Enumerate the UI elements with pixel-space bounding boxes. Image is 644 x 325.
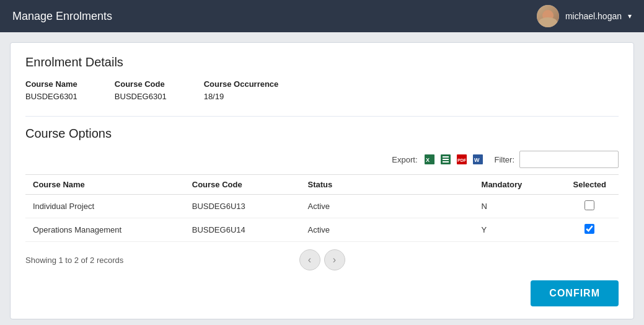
course-options-title: Course Options bbox=[25, 127, 619, 141]
course-code-value: BUSDEG6301 bbox=[115, 92, 167, 101]
cell-status: Active bbox=[300, 218, 474, 242]
cell-selected[interactable] bbox=[561, 195, 619, 218]
col-header-mandatory: Mandatory bbox=[474, 175, 561, 195]
app-title: Manage Enrolments bbox=[12, 10, 112, 23]
svg-text:W: W bbox=[474, 157, 480, 163]
export-excel2-icon[interactable] bbox=[439, 153, 452, 166]
selected-checkbox[interactable] bbox=[584, 200, 594, 210]
svg-text:X: X bbox=[426, 157, 430, 163]
course-name-value: BUSDEG6301 bbox=[25, 92, 77, 101]
user-menu[interactable]: michael.hogan ▾ bbox=[537, 5, 632, 27]
cell-status: Active bbox=[300, 195, 474, 218]
course-code-field: Course Code BUSDEG6301 bbox=[115, 79, 167, 101]
selected-checkbox[interactable] bbox=[584, 224, 594, 234]
export-word-icon[interactable]: W bbox=[471, 153, 485, 166]
prev-page-button[interactable]: ‹ bbox=[299, 249, 320, 270]
confirm-button[interactable]: CONFIRM bbox=[531, 280, 619, 306]
course-options-table: Course Name Course Code Status Mandatory… bbox=[25, 174, 619, 242]
svg-rect-5 bbox=[443, 161, 449, 162]
pagination-row: Showing 1 to 2 of 2 records ‹ › bbox=[25, 249, 619, 270]
cell-code: BUSDEG6U13 bbox=[185, 195, 301, 218]
cell-mandatory: Y bbox=[474, 218, 561, 242]
pagination-buttons: ‹ › bbox=[226, 249, 418, 270]
filter-input[interactable] bbox=[519, 151, 619, 168]
enrolment-details-section: Enrolment Details Course Name BUSDEG6301… bbox=[25, 55, 619, 101]
cell-code: BUSDEG6U14 bbox=[185, 218, 301, 242]
svg-rect-4 bbox=[443, 159, 449, 160]
avatar bbox=[537, 5, 559, 27]
col-header-selected: Selected bbox=[561, 175, 619, 195]
col-header-status: Status bbox=[300, 175, 474, 195]
details-grid: Course Name BUSDEG6301 Course Code BUSDE… bbox=[25, 79, 619, 101]
header: Manage Enrolments michael.hogan ▾ bbox=[0, 0, 644, 32]
course-code-label: Course Code bbox=[115, 79, 167, 89]
table-header-row: Course Name Course Code Status Mandatory… bbox=[25, 175, 619, 195]
table-row: Individual Project BUSDEG6U13 Active N bbox=[25, 195, 619, 218]
next-page-button[interactable]: › bbox=[324, 249, 345, 270]
card: Enrolment Details Course Name BUSDEG6301… bbox=[10, 42, 634, 319]
course-name-label: Course Name bbox=[25, 79, 77, 89]
course-occurrence-field: Course Occurrence 18/19 bbox=[204, 79, 279, 101]
filter-label: Filter: bbox=[495, 155, 515, 164]
svg-text:PDF: PDF bbox=[457, 158, 467, 162]
course-name-field: Course Name BUSDEG6301 bbox=[25, 79, 77, 101]
cell-name: Individual Project bbox=[25, 195, 185, 218]
col-header-name: Course Name bbox=[25, 175, 185, 195]
enrolment-details-title: Enrolment Details bbox=[25, 55, 619, 69]
svg-rect-3 bbox=[443, 156, 449, 158]
confirm-row: CONFIRM bbox=[25, 280, 619, 306]
chevron-down-icon: ▾ bbox=[628, 12, 632, 20]
export-icons: X bbox=[423, 153, 485, 166]
export-excel-icon[interactable]: X bbox=[423, 153, 436, 166]
cell-mandatory: N bbox=[474, 195, 561, 218]
table-row: Operations Management BUSDEG6U14 Active … bbox=[25, 218, 619, 242]
export-pdf-icon[interactable]: PDF bbox=[455, 153, 469, 166]
export-label: Export: bbox=[392, 155, 417, 164]
course-occurrence-value: 18/19 bbox=[204, 92, 224, 101]
section-divider bbox=[25, 116, 619, 117]
username: michael.hogan bbox=[565, 11, 622, 21]
course-occurrence-label: Course Occurrence bbox=[204, 79, 279, 89]
col-header-code: Course Code bbox=[185, 175, 301, 195]
main-content: Enrolment Details Course Name BUSDEG6301… bbox=[0, 32, 644, 325]
cell-selected[interactable] bbox=[561, 218, 619, 242]
table-toolbar: Export: X bbox=[25, 151, 619, 168]
course-options-section: Course Options Export: X bbox=[25, 127, 619, 270]
pagination-info: Showing 1 to 2 of 2 records bbox=[25, 256, 218, 265]
cell-name: Operations Management bbox=[25, 218, 185, 242]
